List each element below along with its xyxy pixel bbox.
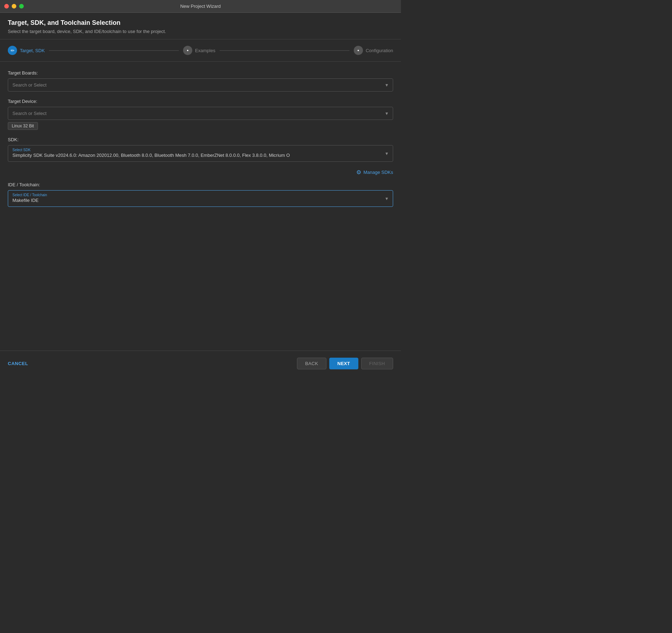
pencil-icon: ✏	[11, 48, 15, 53]
close-button[interactable]	[4, 4, 9, 9]
sdk-group: SDK: Select SDK Simplicity SDK Suite v20…	[8, 137, 393, 162]
target-boards-label: Target Boards:	[8, 70, 393, 76]
sdk-select-wrapper: Select SDK Simplicity SDK Suite v2024.6.…	[8, 145, 393, 162]
ide-value: Makefile IDE	[12, 198, 380, 203]
finish-button[interactable]: FINISH	[361, 358, 393, 369]
step-circle-active: ✏	[8, 46, 17, 55]
sdk-select-box[interactable]: Select SDK Simplicity SDK Suite v2024.6.…	[8, 145, 393, 162]
step-label-configuration: Configuration	[366, 48, 393, 53]
main-content: Target Boards: Search or Select ▼ Target…	[0, 62, 401, 222]
steps-bar: ✏ Target, SDK ● Examples ● Configuration	[0, 39, 401, 62]
step-configuration[interactable]: ● Configuration	[354, 46, 393, 55]
target-boards-select[interactable]: Search or Select	[8, 78, 393, 92]
sdk-sublabel: Select SDK	[12, 145, 380, 152]
back-button[interactable]: BACK	[297, 358, 326, 369]
step-line-1	[49, 50, 179, 51]
step-circle-configuration: ●	[354, 46, 363, 55]
ide-sublabel: Select IDE / Toolchain	[12, 191, 380, 197]
sdk-value: Simplicity SDK Suite v2024.6.0: Amazon 2…	[12, 153, 380, 158]
minimize-button[interactable]	[12, 4, 16, 9]
ide-select-wrapper: Select IDE / Toolchain Makefile IDE ▼	[8, 190, 393, 207]
manage-sdks-row: ⚙ Manage SDKs	[8, 169, 393, 176]
window-title: New Project Wizard	[180, 4, 221, 9]
ide-toolchain-label: IDE / Toolchain:	[8, 182, 393, 187]
footer: CANCEL BACK NEXT FINISH	[0, 351, 401, 376]
step-target-sdk[interactable]: ✏ Target, SDK	[8, 46, 45, 55]
step-examples[interactable]: ● Examples	[183, 46, 215, 55]
page-title: Target, SDK, and Toolchain Selection	[8, 19, 393, 27]
footer-right-buttons: BACK NEXT FINISH	[297, 358, 393, 369]
step-circle-examples: ●	[183, 46, 192, 55]
window-controls	[4, 4, 24, 9]
step-label-examples: Examples	[195, 48, 215, 53]
target-boards-select-wrapper: Search or Select ▼	[8, 78, 393, 92]
step-label-target-sdk: Target, SDK	[20, 48, 45, 53]
manage-sdks-button[interactable]: ⚙ Manage SDKs	[356, 169, 393, 176]
circle-icon-configuration: ●	[357, 49, 359, 52]
next-button[interactable]: NEXT	[329, 358, 358, 369]
target-device-label: Target Device:	[8, 99, 393, 104]
title-bar: New Project Wizard	[0, 0, 401, 13]
maximize-button[interactable]	[19, 4, 24, 9]
manage-sdks-label: Manage SDKs	[363, 170, 393, 175]
target-device-select-wrapper: Search or Select ▼	[8, 107, 393, 120]
step-line-2	[220, 50, 349, 51]
ide-toolchain-group: IDE / Toolchain: Select IDE / Toolchain …	[8, 182, 393, 207]
page-subtitle: Select the target board, device, SDK, an…	[8, 29, 393, 34]
gear-icon: ⚙	[356, 169, 361, 176]
page-header: Target, SDK, and Toolchain Selection Sel…	[0, 13, 401, 39]
ide-select-box[interactable]: Select IDE / Toolchain Makefile IDE	[8, 190, 393, 207]
target-device-tag: Linux 32 Bit	[8, 122, 38, 130]
target-device-select[interactable]: Search or Select	[8, 107, 393, 120]
cancel-button[interactable]: CANCEL	[8, 361, 28, 366]
target-boards-group: Target Boards: Search or Select ▼	[8, 70, 393, 92]
sdk-label: SDK:	[8, 137, 393, 142]
circle-icon-examples: ●	[187, 49, 188, 52]
target-device-group: Target Device: Search or Select ▼ Linux …	[8, 99, 393, 130]
